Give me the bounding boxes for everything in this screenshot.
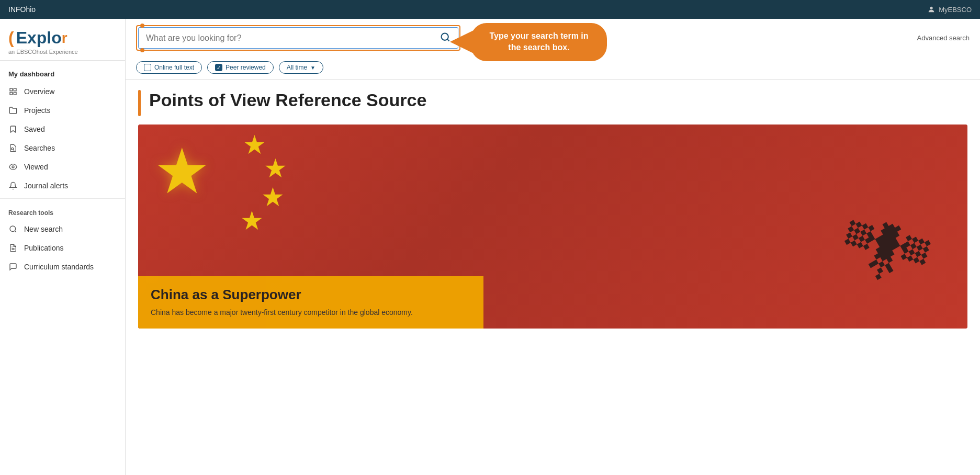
flag-star-sm3: ★ (261, 182, 285, 212)
flag-star-sm2: ★ (264, 153, 287, 184)
satellite-icon: 🛰 (836, 189, 942, 299)
sidebar-label-new-search: New search (24, 225, 63, 233)
search-icon (8, 224, 18, 234)
sidebar-item-curriculum-standards[interactable]: Curriculum standards (0, 257, 125, 276)
filter-check-2: ✓ (215, 64, 222, 71)
svg-line-13 (447, 39, 449, 41)
search-input-inner (138, 27, 458, 49)
advanced-search-link[interactable]: Advanced search (917, 34, 970, 42)
top-bar: INFOhio MyEBSCO (0, 0, 980, 19)
sidebar-item-publications[interactable]: Publications (0, 239, 125, 257)
svg-rect-1 (10, 88, 13, 91)
logo: ( Explo r an EBSCOhost Experience (0, 19, 125, 61)
sidebar-item-viewed[interactable]: Viewed (0, 157, 125, 176)
dashboard-section: My dashboard (0, 61, 125, 82)
publications-icon (8, 243, 18, 253)
top-bar-right: MyEBSCO (927, 5, 972, 14)
svg-point-5 (12, 148, 14, 150)
logo-subtitle: an EBSCOhost Experience (8, 49, 117, 55)
sidebar-item-saved[interactable]: Saved (0, 120, 125, 139)
sidebar-item-journal-alerts[interactable]: Journal alerts (0, 176, 125, 195)
sidebar-item-overview[interactable]: Overview (0, 82, 125, 101)
sidebar-label-journal-alerts: Journal alerts (24, 182, 68, 190)
svg-rect-3 (10, 92, 13, 95)
svg-point-8 (10, 226, 16, 232)
flag-star-large: ★ (154, 135, 210, 208)
sidebar: ( Explo r an EBSCOhost Experience My das… (0, 19, 126, 475)
svg-line-6 (13, 150, 14, 151)
svg-point-0 (930, 7, 932, 9)
hero-card-title: China as a Superpower (151, 287, 471, 303)
page-content: Points of View Reference Source ★ ★ ★ ★ … (126, 80, 980, 475)
filter-label-3: All time (287, 64, 307, 71)
search-input[interactable] (139, 28, 433, 48)
account-icon (927, 5, 936, 14)
filter-label-1: Online full text (154, 64, 194, 71)
eye-icon (8, 162, 18, 172)
logo-explor: Explo (16, 28, 62, 48)
svg-point-7 (12, 166, 14, 168)
folder-icon (8, 106, 18, 115)
hero-card-desc: China has become a major twenty-first ce… (151, 307, 471, 318)
sidebar-item-searches[interactable]: Searches (0, 139, 125, 157)
filter-label-2: Peer reviewed (226, 64, 266, 71)
sidebar-item-new-search[interactable]: New search (0, 220, 125, 239)
svg-point-12 (442, 33, 448, 40)
filter-arrow-icon: ▼ (310, 65, 316, 71)
sidebar-label-searches: Searches (24, 144, 55, 152)
brand-name: INFOhio (8, 5, 36, 14)
sidebar-label-publications: Publications (24, 244, 64, 252)
filter-online-full-text[interactable]: Online full text (136, 61, 202, 74)
filter-peer-reviewed[interactable]: ✓ Peer reviewed (207, 61, 274, 74)
sidebar-label-overview: Overview (24, 87, 54, 96)
bell-icon (8, 181, 18, 190)
hero-card: China as a Superpower China has become a… (138, 276, 483, 329)
search-header: Type your search term in the search box.… (126, 19, 980, 80)
sidebar-divider (0, 198, 125, 199)
bookmark-icon (8, 125, 18, 134)
svg-line-9 (15, 231, 16, 232)
search-box-wrapper (136, 25, 460, 51)
svg-rect-4 (14, 92, 16, 95)
sidebar-label-viewed: Viewed (24, 163, 48, 171)
flag-star-sm4: ★ (240, 206, 264, 236)
sidebar-label-projects: Projects (24, 106, 51, 115)
main-layout: ( Explo r an EBSCOhost Experience My das… (0, 19, 980, 475)
filter-all-time[interactable]: All time ▼ (279, 61, 323, 74)
myebsco-link[interactable]: MyEBSCO (939, 6, 972, 14)
svg-rect-2 (14, 88, 16, 91)
file-search-icon (8, 143, 18, 153)
sidebar-label-curriculum: Curriculum standards (24, 263, 94, 271)
page-title: Points of View Reference Source (149, 90, 426, 110)
page-title-bar: Points of View Reference Source (138, 90, 967, 116)
research-tools-section: Research tools (0, 202, 125, 220)
logo-paren-open: ( (8, 28, 14, 48)
sidebar-label-saved: Saved (24, 125, 45, 133)
search-icon-btn (440, 32, 450, 42)
logo-paren-close: r (62, 30, 67, 47)
curriculum-icon (8, 262, 18, 272)
main-content-area: Type your search term in the search box.… (126, 19, 980, 475)
hero-image: ★ ★ ★ ★ ★ 🛰 China as a Superpower China … (138, 125, 967, 329)
filter-check-1 (144, 64, 151, 71)
search-row: Type your search term in the search box.… (136, 19, 970, 57)
logo-text: ( Explo r (8, 28, 117, 48)
search-tooltip: Type your search term in the search box. (471, 23, 607, 61)
title-accent-bar (138, 90, 141, 116)
sidebar-item-projects[interactable]: Projects (0, 101, 125, 120)
flag-star-sm1: ★ (243, 130, 266, 160)
grid-icon (8, 87, 18, 96)
